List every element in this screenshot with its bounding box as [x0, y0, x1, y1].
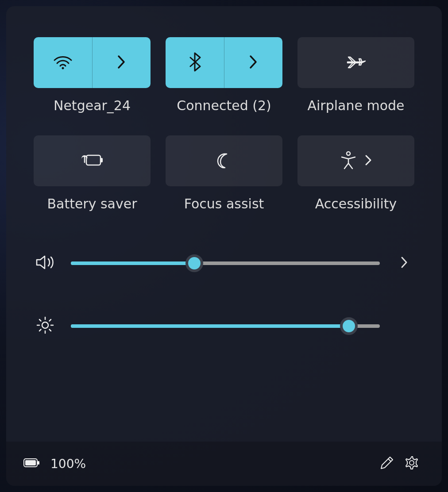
- wifi-toggle-half[interactable]: [34, 37, 93, 88]
- sliders-area: [34, 254, 414, 337]
- gear-icon: [404, 455, 419, 472]
- pencil-icon: [379, 455, 394, 472]
- focus-assist-tile[interactable]: [166, 135, 282, 186]
- svg-line-11: [39, 330, 41, 331]
- volume-expand-button[interactable]: [394, 256, 414, 271]
- airplane-tile[interactable]: [297, 37, 414, 88]
- quick-settings-panel: Netgear_24: [6, 6, 442, 486]
- accessibility-icon: [340, 151, 357, 171]
- wifi-tile[interactable]: [34, 37, 151, 88]
- chevron-right-icon: [117, 54, 126, 71]
- svg-line-16: [388, 459, 391, 461]
- settings-button[interactable]: [399, 451, 424, 476]
- wifi-icon: [53, 54, 73, 72]
- svg-line-10: [50, 330, 51, 331]
- volume-row: [34, 254, 414, 273]
- svg-rect-2: [100, 158, 103, 162]
- svg-rect-14: [25, 460, 36, 465]
- battery-saver-tile-wrap: Battery saver: [34, 135, 151, 211]
- volume-slider[interactable]: [71, 261, 380, 265]
- tiles-grid: Netgear_24: [34, 37, 414, 211]
- volume-slider-thumb[interactable]: [185, 254, 203, 272]
- accessibility-tile-wrap: Accessibility: [297, 135, 414, 211]
- wifi-label: Netgear_24: [54, 98, 131, 113]
- wifi-expand-half[interactable]: [93, 37, 151, 88]
- battery-saver-icon: [80, 153, 104, 169]
- volume-button[interactable]: [34, 254, 57, 273]
- chevron-right-icon: [249, 54, 258, 71]
- footer-bar: 100%: [6, 442, 442, 486]
- focus-assist-label: Focus assist: [184, 196, 264, 211]
- battery-status-button[interactable]: 100%: [23, 457, 86, 471]
- svg-point-3: [347, 152, 350, 155]
- speaker-icon: [35, 254, 55, 273]
- bluetooth-icon: [189, 52, 201, 73]
- airplane-tile-wrap: Airplane mode: [297, 37, 414, 113]
- brightness-icon: [35, 315, 55, 337]
- wifi-tile-wrap: Netgear_24: [34, 37, 151, 113]
- airplane-icon: [345, 53, 367, 73]
- brightness-button[interactable]: [34, 315, 57, 337]
- brightness-slider[interactable]: [71, 324, 380, 328]
- brightness-row: [34, 315, 414, 337]
- svg-point-4: [42, 322, 48, 328]
- accessibility-label: Accessibility: [315, 196, 397, 211]
- bluetooth-label: Connected (2): [177, 98, 271, 113]
- battery-percent-label: 100%: [50, 457, 86, 471]
- battery-icon: [23, 457, 41, 470]
- focus-assist-tile-wrap: Focus assist: [166, 135, 282, 211]
- svg-rect-1: [86, 155, 100, 165]
- svg-line-9: [39, 319, 41, 321]
- bluetooth-expand-half[interactable]: [224, 37, 283, 88]
- svg-line-12: [50, 319, 51, 321]
- svg-point-17: [409, 461, 414, 465]
- airplane-label: Airplane mode: [307, 98, 404, 113]
- bluetooth-tile[interactable]: [166, 37, 282, 88]
- chevron-right-icon: [400, 256, 408, 271]
- battery-saver-label: Battery saver: [47, 196, 137, 211]
- battery-saver-tile[interactable]: [34, 135, 151, 186]
- moon-icon: [215, 151, 233, 171]
- svg-rect-15: [38, 461, 39, 465]
- accessibility-tile[interactable]: [297, 135, 414, 186]
- bluetooth-tile-wrap: Connected (2): [166, 37, 282, 113]
- edit-button[interactable]: [375, 451, 399, 476]
- bluetooth-toggle-half[interactable]: [166, 37, 224, 88]
- main-area: Netgear_24: [6, 6, 442, 442]
- brightness-slider-thumb[interactable]: [340, 317, 358, 335]
- chevron-right-icon: [365, 154, 372, 168]
- svg-point-0: [62, 67, 64, 69]
